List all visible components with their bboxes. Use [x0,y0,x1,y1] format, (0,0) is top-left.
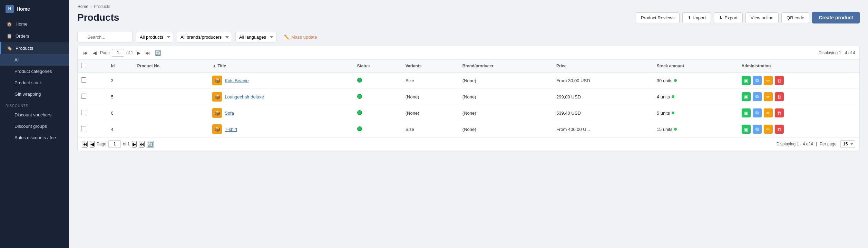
row-variants-1: (None) [402,89,459,105]
action-copy-2[interactable]: ▣ [742,108,751,117]
table-row: 4 📦 T-shirt Size (None) From 400,00 U...… [78,121,859,137]
row-select-2[interactable] [81,110,86,115]
row-variants-2: (None) [402,105,459,121]
sidebar-sub-discount-vouchers[interactable]: Discount vouchers [0,109,69,121]
action-copy-3[interactable]: ▣ [742,125,751,134]
stock-dot-1 [672,95,674,98]
action-edit-2[interactable]: ✏ [764,108,773,117]
status-dot-2 [357,110,362,115]
sidebar-item-home[interactable]: 🏠 Home [0,18,69,30]
stock-dot-0 [674,79,677,82]
sidebar-sub-product-stock[interactable]: Product stock [0,77,69,88]
sidebar-item-orders[interactable]: 📋 Orders [0,30,69,42]
all-languages-filter[interactable]: All languages [235,32,276,42]
row-select-0[interactable] [81,77,86,83]
search-input[interactable] [77,32,133,42]
page-label-top: Page [100,50,110,55]
displaying-bottom: Displaying 1 - 4 of 4 [777,142,813,146]
page-of-bottom: of 1 [123,142,130,146]
row-variants-0: Size [402,73,459,89]
filter-bar: 🔍 All products All brands/producers All … [77,32,860,42]
pag-prev-top[interactable]: ◀ [91,50,98,56]
export-button[interactable]: ⬇ Export [714,12,743,23]
home-icon: 🏠 [7,21,12,27]
sidebar-sub-gift-wrapping-label: Gift wrapping [14,92,41,97]
mass-update-label: Mass update [291,35,317,40]
action-view-1[interactable]: ⧉ [753,92,762,101]
import-label: Import [693,15,706,20]
action-edit-0[interactable]: ✏ [764,76,773,85]
row-checkbox-3 [78,121,108,137]
sidebar-sub-gift-wrapping[interactable]: Gift wrapping [0,88,69,100]
row-status-2 [354,105,402,121]
action-edit-1[interactable]: ✏ [764,92,773,101]
sidebar-sub-sales-discounts-label: Sales discounts / fee [14,135,56,140]
pag-next-bottom[interactable]: ▶ [132,141,137,147]
action-delete-1[interactable]: 🗑 [775,92,784,101]
row-checkbox-1 [78,89,108,105]
table-row: 6 📦 Sofa (None) (None) 539,40 USD 5 unit… [78,105,859,121]
pag-first-bottom[interactable]: ⏮ [82,141,88,147]
breadcrumb-home[interactable]: Home [77,4,88,9]
action-copy-0[interactable]: ▣ [742,76,751,85]
action-view-3[interactable]: ⧉ [753,125,762,134]
qr-code-button[interactable]: QR code [781,12,809,23]
breadcrumb-separator: › [90,4,92,9]
product-link-1[interactable]: Loungechair deluxe [225,94,264,99]
action-copy-1[interactable]: ▣ [742,92,751,101]
logo-label: Home [17,6,30,12]
pag-next-top[interactable]: ▶ [135,50,142,56]
sidebar-sub-sales-discounts[interactable]: Sales discounts / fee [0,132,69,143]
pag-refresh-top[interactable]: 🔄 [154,50,162,56]
row-select-1[interactable] [81,94,86,99]
row-admin-3: ▣ ⧉ ✏ 🗑 [738,121,859,137]
action-delete-2[interactable]: 🗑 [775,108,784,117]
row-id-1: 5 [108,89,134,105]
sidebar-logo: H Home [0,0,69,18]
all-brands-filter[interactable]: All brands/producers [177,32,232,42]
row-price-0: From 30,00 USD [553,73,653,89]
export-label: Export [724,15,738,20]
stock-value-3: 15 units [657,127,673,132]
pag-refresh-bottom[interactable]: 🔄 [147,141,154,147]
product-reviews-button[interactable]: Product Reviews [636,12,680,23]
pag-last-bottom[interactable]: ⏭ [139,141,145,147]
pag-last-top[interactable]: ⏭ [144,50,152,56]
pag-prev-bottom[interactable]: ◀ [90,141,95,147]
action-view-2[interactable]: ⧉ [753,108,762,117]
mass-update-button[interactable]: ✏️ Mass update [280,32,321,42]
row-product-no-2 [134,105,209,121]
import-button[interactable]: ⬆ Import [682,12,711,23]
action-edit-3[interactable]: ✏ [764,125,773,134]
breadcrumb-current: Products [94,4,110,9]
product-link-2[interactable]: Sofa [225,111,234,116]
sidebar-sub-product-categories[interactable]: Product categories [0,66,69,77]
product-link-0[interactable]: Kids Beanie [225,78,248,83]
row-id-2: 6 [108,105,134,121]
row-id-0: 3 [108,73,134,89]
sidebar-item-products[interactable]: 🏷️ Products [0,42,69,54]
table-row: 3 📦 Kids Beanie Size (None) From 30,00 U… [78,73,859,89]
col-stock: Stock amount [653,60,738,73]
action-delete-3[interactable]: 🗑 [775,125,784,134]
view-online-button[interactable]: View online [745,12,779,23]
all-products-filter[interactable]: All products [136,32,173,42]
page-input-top[interactable] [112,49,124,57]
per-page-select[interactable]: 15 25 50 [840,140,855,148]
sidebar-sub-all[interactable]: All [0,54,69,66]
row-select-3[interactable] [81,126,86,131]
product-link-3[interactable]: T-shirt [225,127,237,132]
stock-value-2: 5 units [657,111,670,116]
create-product-button[interactable]: Create product [812,12,860,23]
pag-first-top[interactable]: ⏮ [82,50,89,56]
discounts-section-label: DISCOUNTS [0,100,69,109]
sidebar-sub-discount-groups[interactable]: Discount groups [0,121,69,132]
sidebar-item-products-label: Products [16,46,33,51]
row-stock-2: 5 units [653,105,738,121]
col-status: Status [354,60,402,73]
select-all-checkbox[interactable] [81,63,86,68]
action-view-0[interactable]: ⧉ [753,76,762,85]
page-input-bottom[interactable] [108,140,121,148]
col-title[interactable]: ▲ Title [209,60,353,73]
action-delete-0[interactable]: 🗑 [775,76,784,85]
